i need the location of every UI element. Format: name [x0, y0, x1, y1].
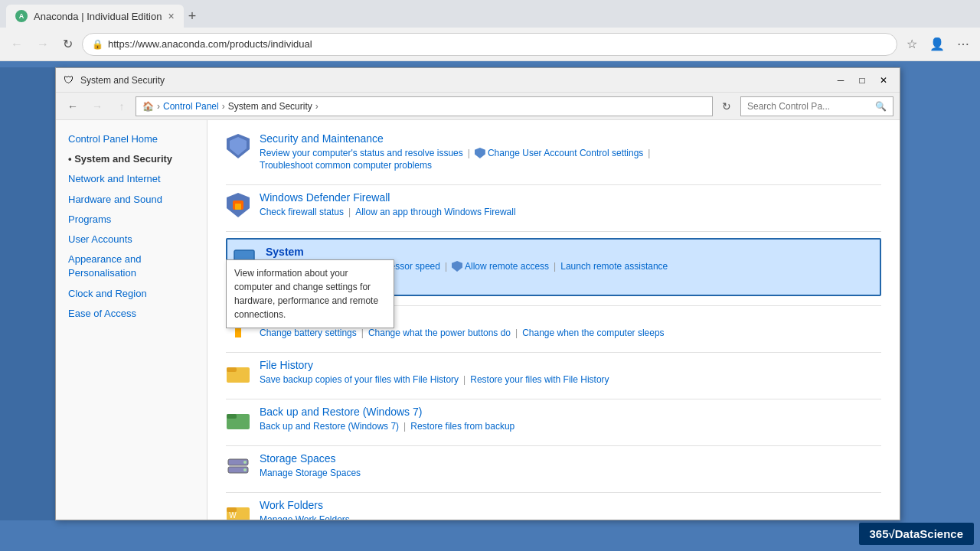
brand-text: 365√DataScience — [870, 527, 963, 540]
cp-forward-button[interactable]: → — [87, 96, 108, 117]
control-panel-window: 🛡 System and Security ─ □ ✕ ← → ↑ 🏠 › Co… — [55, 67, 900, 520]
close-button[interactable]: ✕ — [874, 73, 893, 88]
browser-toolbar: ← → ↻ 🔒 https://www.anaconda.com/product… — [0, 28, 980, 61]
file-history-icon — [226, 360, 250, 385]
cp-titlebar: 🛡 System and Security ─ □ ✕ — [56, 68, 900, 93]
minimize-button[interactable]: ─ — [831, 73, 851, 88]
save-backup-link[interactable]: Save backup copies of your files with Fi… — [260, 374, 459, 385]
profile-button[interactable]: 👤 — [925, 34, 949, 54]
storage-title[interactable]: Storage Spaces — [260, 452, 881, 465]
new-tab-button[interactable]: + — [185, 5, 200, 28]
cp-up-button[interactable]: ↑ — [111, 96, 132, 117]
section-backup: Back up and Restore (Windows 7) Back up … — [226, 406, 881, 446]
breadcrumb-current: System and Security — [228, 101, 312, 112]
security-icon — [226, 134, 250, 158]
url-text: https://www.anaconda.com/products/indivi… — [108, 38, 887, 50]
review-status-link[interactable]: Review your computer's status and resolv… — [260, 148, 463, 158]
browser-toolbar-right: ☆ 👤 ⋯ — [902, 34, 974, 54]
manage-storage-link[interactable]: Manage Storage Spaces — [260, 468, 361, 478]
breadcrumb-control-panel[interactable]: Control Panel — [163, 101, 219, 112]
section-firewall: Windows Defender Firewall Check firewall… — [226, 191, 881, 232]
allow-remote-link[interactable]: Allow remote access — [465, 261, 549, 272]
lock-icon: 🔒 — [92, 39, 103, 50]
storage-icon — [226, 454, 250, 478]
section-storage: Storage Spaces Manage Storage Spaces — [226, 452, 881, 493]
file-history-title[interactable]: File History — [260, 359, 881, 371]
sidebar-item-ease[interactable]: Ease of Access — [56, 304, 207, 324]
remote-access-icon — [452, 261, 462, 272]
svg-rect-10 — [227, 367, 237, 372]
restore-files-link[interactable]: Restore your files with File History — [470, 374, 609, 385]
troubleshoot-link[interactable]: Troubleshoot common computer problems — [260, 160, 432, 171]
cp-sidebar: Control Panel Home System and Security N… — [56, 120, 207, 520]
sidebar-item-programs[interactable]: Programs — [56, 210, 207, 230]
svg-rect-4 — [235, 204, 241, 210]
cp-search-box[interactable]: 🔍 — [740, 96, 893, 116]
security-maintenance-links: Review your computer's status and resolv… — [260, 148, 881, 158]
sleep-link[interactable]: Change when the computer sleeps — [522, 328, 664, 338]
sidebar-item-hardware[interactable]: Hardware and Sound — [56, 190, 207, 210]
sidebar-item-user-accounts[interactable]: User Accounts — [56, 230, 207, 249]
section-system: System View amount of RAM and processor … — [226, 238, 881, 306]
svg-point-15 — [243, 461, 247, 464]
sidebar-item-appearance[interactable]: Appearance andPersonalisation — [56, 249, 207, 283]
system-title[interactable]: System — [266, 246, 875, 258]
backup-title[interactable]: Back up and Restore (Windows 7) — [260, 406, 881, 418]
breadcrumb: 🏠 › Control Panel › System and Security … — [136, 96, 713, 116]
tab-favicon: A — [15, 10, 28, 22]
sidebar-item-system-security[interactable]: System and Security — [56, 149, 207, 169]
cp-nav-bar: ← → ↑ 🏠 › Control Panel › System and Sec… — [56, 93, 900, 120]
cp-title-text: System and Security — [80, 75, 825, 86]
address-bar[interactable]: 🔒 https://www.anaconda.com/products/indi… — [82, 33, 897, 56]
section-work-folders: W Work Folders Manage Work Folders — [226, 499, 881, 520]
maximize-button[interactable]: □ — [852, 73, 872, 88]
check-firewall-link[interactable]: Check firewall status — [260, 207, 344, 217]
section-file-history: File History Save backup copies of your … — [226, 359, 881, 399]
tab-bar: A Anaconda | Individual Edition × + — [0, 0, 980, 28]
tab-close-button[interactable]: × — [168, 10, 174, 22]
cp-back-button[interactable]: ← — [62, 96, 83, 117]
work-folders-icon: W — [226, 500, 250, 520]
tooltip-text: View information about your computer and… — [234, 268, 378, 320]
svg-point-16 — [243, 468, 247, 471]
sidebar-item-network[interactable]: Network and Internet — [56, 169, 207, 189]
svg-text:W: W — [229, 511, 237, 520]
uac-settings-link[interactable]: Change User Account Control settings — [488, 148, 643, 158]
firewall-title[interactable]: Windows Defender Firewall — [260, 191, 881, 204]
tab-title: Anaconda | Individual Edition — [34, 11, 162, 22]
forward-button[interactable]: → — [32, 34, 54, 54]
sidebar-item-home[interactable]: Control Panel Home — [56, 129, 207, 149]
launch-remote-assistance-link[interactable]: Launch remote assistance — [560, 261, 668, 272]
section-security-maintenance: Security and Maintenance Review your com… — [226, 132, 881, 185]
svg-rect-12 — [227, 414, 237, 419]
system-tooltip: View information about your computer and… — [226, 259, 394, 328]
refresh-button[interactable]: ↻ — [58, 34, 77, 54]
firewall-icon — [226, 193, 250, 217]
cp-main: Security and Maintenance Review your com… — [207, 120, 900, 520]
cp-search-input[interactable] — [747, 101, 872, 112]
cp-window-controls: ─ □ ✕ — [831, 73, 893, 88]
security-maintenance-title[interactable]: Security and Maintenance — [260, 132, 881, 145]
menu-button[interactable]: ⋯ — [952, 34, 974, 54]
manage-work-folders-link[interactable]: Manage Work Folders — [260, 514, 350, 520]
home-icon[interactable]: 🏠 — [142, 101, 154, 112]
brand-watermark: 365√DataScience — [859, 523, 974, 545]
cp-body: Control Panel Home System and Security N… — [56, 120, 900, 520]
uac-shield-icon — [475, 148, 485, 158]
allow-app-link[interactable]: Allow an app through Windows Firewall — [355, 207, 515, 217]
backup-icon — [226, 407, 250, 432]
power-buttons-link[interactable]: Change what the power buttons do — [368, 328, 511, 338]
battery-settings-link[interactable]: Change battery settings — [260, 328, 357, 338]
cp-refresh-button[interactable]: ↻ — [716, 96, 737, 117]
sidebar-item-clock[interactable]: Clock and Region — [56, 284, 207, 304]
restore-from-backup-link[interactable]: Restore files from backup — [410, 421, 514, 432]
work-folders-title[interactable]: Work Folders — [260, 499, 881, 511]
browser-chrome: A Anaconda | Individual Edition × + ← → … — [0, 0, 980, 61]
backup-restore-win7-link[interactable]: Back up and Restore (Windows 7) — [260, 421, 399, 432]
back-button[interactable]: ← — [6, 34, 28, 54]
favorites-button[interactable]: ☆ — [902, 34, 922, 54]
cp-title-icon: 🛡 — [62, 74, 74, 86]
browser-tab-anaconda[interactable]: A Anaconda | Individual Edition × — [6, 5, 184, 28]
search-icon: 🔍 — [875, 101, 887, 112]
